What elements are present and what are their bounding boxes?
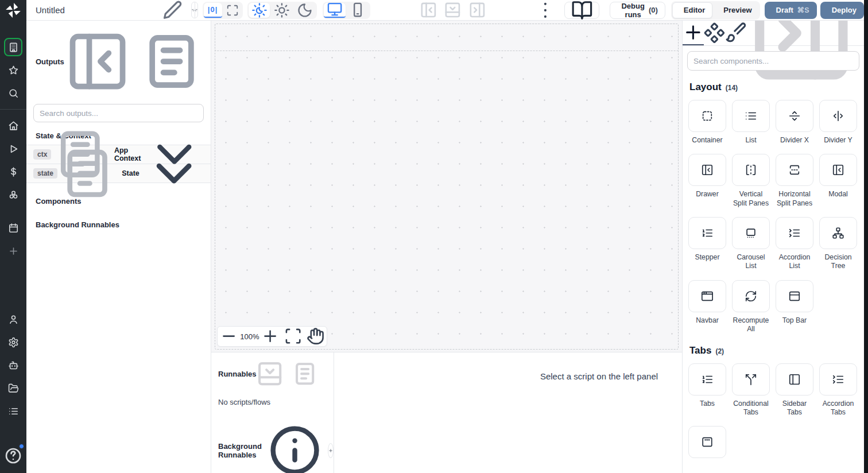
- rail-item-gear[interactable]: [4, 333, 22, 351]
- component-label: Accordion List: [776, 253, 813, 271]
- tab-component-settings[interactable]: [704, 21, 725, 45]
- component-card-divider-y[interactable]: Divider Y: [819, 100, 857, 145]
- outputs-search-input[interactable]: [33, 104, 204, 122]
- tab-insert-component[interactable]: [683, 21, 704, 45]
- rail-item-calendar[interactable]: [4, 219, 22, 237]
- component-card-sidebar-tabs[interactable]: Sidebar Tabs: [776, 363, 813, 417]
- list-ordered-icon: [701, 373, 714, 386]
- rail-item-user[interactable]: [4, 310, 22, 328]
- device-toggle-group: [323, 2, 370, 19]
- component-card-modal[interactable]: Modal: [819, 154, 857, 199]
- component-card-window-dashed[interactable]: [688, 426, 726, 458]
- components-sections: Layout(14)ContainerListDivider XDivider …: [683, 71, 864, 458]
- component-label: Divider Y: [819, 136, 857, 145]
- rail-item-cluster[interactable]: [4, 185, 22, 204]
- zoom-in-button[interactable]: [259, 325, 281, 347]
- list-icon: [745, 110, 757, 122]
- left-rail: [0, 0, 26, 473]
- save-draft-button[interactable]: Draft ⌘S: [765, 2, 817, 19]
- theme-light-button[interactable]: [271, 3, 293, 18]
- component-card-divider-x[interactable]: Divider X: [776, 100, 813, 145]
- component-card-carousel-list[interactable]: Carousel List: [732, 217, 770, 271]
- rail-item-dollar[interactable]: [4, 162, 22, 181]
- component-card-conditional-tabs[interactable]: Conditional Tabs: [732, 363, 770, 417]
- rail-item-search[interactable]: [4, 84, 22, 102]
- theme-auto-button[interactable]: [249, 3, 270, 18]
- component-card-container[interactable]: Container: [688, 100, 726, 145]
- docs-button[interactable]: [564, 2, 600, 19]
- component-card-decision-tree[interactable]: Decision Tree: [819, 217, 857, 271]
- app-canvas[interactable]: 100%: [211, 21, 682, 352]
- desktop-view-button[interactable]: [324, 3, 346, 18]
- component-card-tabs[interactable]: Tabs: [688, 363, 726, 408]
- monitor-icon: [327, 1, 343, 17]
- divider-y-icon: [832, 110, 844, 122]
- debug-runs-label: Debug runs: [621, 2, 644, 19]
- component-card-top-bar[interactable]: Top Bar: [776, 280, 813, 325]
- panel-left-icon: [788, 373, 801, 386]
- toggle-bottom-panel-icon: [444, 1, 462, 19]
- theme-dark-button[interactable]: [294, 3, 316, 18]
- rail-item-plus[interactable]: [4, 242, 22, 260]
- sun-moon-icon: [251, 2, 268, 18]
- mobile-view-button[interactable]: [347, 3, 369, 18]
- play-icon: [8, 144, 19, 154]
- component-card-vertical-split-panes[interactable]: Vertical Split Panes: [732, 154, 770, 208]
- component-card-navbar[interactable]: Navbar: [688, 280, 726, 325]
- component-card-accordion-tabs[interactable]: Accordion Tabs: [819, 363, 857, 417]
- component-grid-layout: ContainerListDivider XDivider YDrawerVer…: [683, 100, 864, 334]
- components-panel: Layout(14)ContainerListDivider XDivider …: [682, 21, 864, 473]
- rail-group-bottom: [4, 308, 22, 422]
- zoom-out-button[interactable]: [218, 325, 240, 347]
- component-card-accordion-list[interactable]: Accordion List: [776, 217, 813, 271]
- pan-mode-button[interactable]: [304, 325, 327, 347]
- state-chevron-down-icon[interactable]: [144, 144, 204, 203]
- ctx-badge: ctx: [33, 149, 51, 160]
- panel-top-icon: [788, 290, 801, 303]
- rail-item-building[interactable]: [4, 38, 22, 56]
- debug-runs-button[interactable]: Debug runs (0): [610, 2, 665, 19]
- add-background-runnable-button[interactable]: [328, 443, 334, 458]
- rail-item-bot[interactable]: [4, 356, 22, 374]
- expand-json-icon[interactable]: [138, 28, 205, 95]
- state-badge: state: [33, 168, 57, 179]
- component-card-stepper[interactable]: Stepper: [688, 217, 726, 262]
- rename-app-button[interactable]: [161, 0, 183, 21]
- deploy-button[interactable]: Deploy: [820, 2, 864, 19]
- rail-item-folder[interactable]: [4, 379, 22, 397]
- redo-button[interactable]: [195, 2, 197, 18]
- plus-icon: [8, 246, 19, 257]
- tab-styling[interactable]: [725, 21, 746, 45]
- gear-icon: [8, 337, 19, 348]
- rail-item-play[interactable]: [4, 139, 22, 158]
- editor-tab[interactable]: Editor: [672, 2, 713, 18]
- app-window-icon: [701, 290, 714, 303]
- component-card-list[interactable]: List: [732, 100, 770, 145]
- zoom-reset-button[interactable]: |0|: [204, 3, 222, 18]
- expand-canvas-button[interactable]: [223, 3, 242, 18]
- component-card-recompute-all[interactable]: Recompute All: [732, 280, 770, 334]
- list-collapse-icon: [788, 227, 801, 239]
- more-menu-button[interactable]: [534, 0, 556, 21]
- windmill-logo-icon[interactable]: [0, 0, 26, 21]
- preview-tab[interactable]: Preview: [712, 2, 758, 18]
- component-card-horizontal-split-panes[interactable]: Horizontal Split Panes: [776, 154, 813, 208]
- canvas-drop-row[interactable]: [215, 24, 679, 51]
- components-search: [687, 51, 859, 71]
- state-type-label: State: [122, 169, 140, 177]
- rail-item-star[interactable]: [4, 61, 22, 79]
- component-label: Carousel List: [732, 253, 770, 271]
- canvas-zoom-group: |0|: [203, 2, 243, 19]
- collapse-outputs-icon[interactable]: [64, 28, 131, 95]
- info-icon[interactable]: [266, 421, 324, 473]
- fit-view-button[interactable]: [282, 325, 304, 347]
- component-card-drawer[interactable]: Drawer: [688, 154, 726, 199]
- list-collapse-icon: [832, 373, 844, 386]
- component-label: Conditional Tabs: [732, 400, 770, 417]
- state-context-rows: ctx App Context state State: [26, 145, 211, 183]
- rail-item-list-bullets[interactable]: [4, 402, 22, 420]
- components-search-input[interactable]: [687, 51, 859, 71]
- paintbrush-icon: [725, 22, 746, 43]
- rail-item-home[interactable]: [4, 117, 22, 135]
- help-button[interactable]: [4, 444, 22, 467]
